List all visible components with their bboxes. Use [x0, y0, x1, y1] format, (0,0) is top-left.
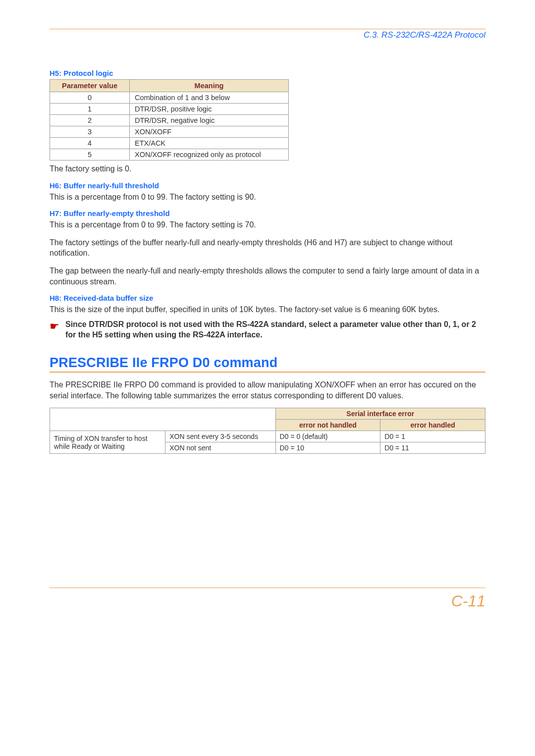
err-not-header: error not handled: [275, 420, 380, 431]
table-row: 3XON/XOFF: [50, 126, 289, 138]
section-rule: [50, 372, 485, 373]
handled-cell: D0 = 1: [380, 431, 485, 442]
h7-text-3: The gap between the nearly-full and near…: [50, 266, 485, 287]
h5-title: H5: Protocol logic: [50, 69, 485, 77]
h8-text: This is the size of the input buffer, sp…: [50, 304, 485, 315]
table-row: 0Combination of 1 and 3 below: [50, 92, 289, 104]
pv-cell: 5: [50, 149, 130, 161]
not-handled-cell: D0 = 0 (default): [275, 431, 380, 442]
header-section-path: C.3. RS-232C/RS-422A Protocol: [50, 30, 485, 40]
mn-cell: DTR/DSR, negative logic: [130, 115, 289, 126]
section-title: PRESCRIBE IIe FRPO D0 command: [50, 355, 485, 371]
table-row: 4ETX/ACK: [50, 138, 289, 149]
serial-header: Serial interface error: [275, 408, 485, 420]
hand-point-icon: ☛: [50, 320, 59, 333]
mn-cell: ETX/ACK: [130, 138, 289, 149]
pv-cell: 4: [50, 138, 130, 149]
mn-cell: Combination of 1 and 3 below: [130, 92, 289, 104]
note-block: ☛ Since DTR/DSR protocol is not used wit…: [50, 319, 485, 340]
d0-table: Serial interface error error not handled…: [50, 408, 485, 454]
table-row: 5XON/XOFF recognized only as protocol: [50, 149, 289, 161]
h7-text-2: The factory settings of the buffer nearl…: [50, 237, 485, 259]
mn-cell: XON/XOFF recognized only as protocol: [130, 149, 289, 161]
h5-after-text: The factory setting is 0.: [50, 163, 485, 174]
h8-title: H8: Received-data buffer size: [50, 294, 485, 302]
not-handled-cell: D0 = 10: [275, 442, 380, 454]
condition-cell: XON sent every 3-5 seconds: [165, 431, 275, 442]
condition-cell: XON not sent: [165, 442, 275, 454]
pv-cell: 0: [50, 92, 130, 104]
table-row: 2DTR/DSR, negative logic: [50, 115, 289, 126]
h5-table: Parameter value Meaning 0Combination of …: [50, 79, 289, 161]
table-row: Timing of XON transfer to host while Rea…: [50, 431, 485, 442]
mn-cell: XON/XOFF: [130, 126, 289, 138]
h6-title: H6: Buffer nearly-full threshold: [50, 181, 485, 190]
handled-cell: D0 = 11: [380, 442, 485, 454]
h5-col-mn: Meaning: [130, 80, 289, 92]
note-text: Since DTR/DSR protocol is not used with …: [65, 319, 485, 340]
table-row: 1DTR/DSR, positive logic: [50, 104, 289, 115]
h6-text: This is a percentage from 0 to 99. The f…: [50, 192, 485, 203]
h5-col-pv: Parameter value: [50, 80, 130, 92]
pv-cell: 2: [50, 115, 130, 126]
h7-title: H7: Buffer nearly-empty threshold: [50, 209, 485, 217]
pv-cell: 3: [50, 126, 130, 138]
section-intro: The PRESCRIBE IIe FRPO D0 command is pro…: [50, 379, 485, 401]
footer-rule: [50, 588, 485, 588]
row-label: Timing of XON transfer to host while Rea…: [50, 431, 165, 454]
pv-cell: 1: [50, 104, 130, 115]
header-rule: [50, 29, 485, 29]
h7-text-1: This is a percentage from 0 to 99. The f…: [50, 219, 485, 230]
page-number: C-11: [50, 592, 485, 610]
mn-cell: DTR/DSR, positive logic: [130, 104, 289, 115]
err-yes-header: error handled: [380, 420, 485, 431]
